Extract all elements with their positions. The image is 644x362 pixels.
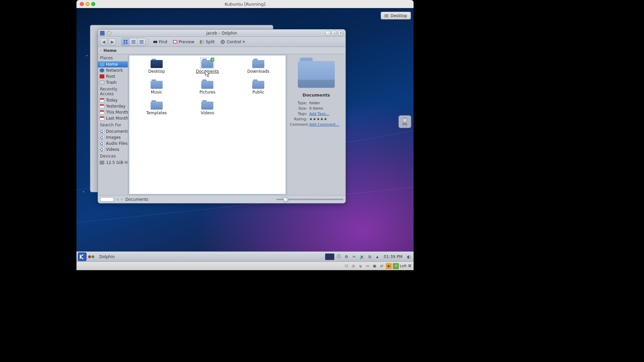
folder-icon-view[interactable]: Desktop+DocumentsDownloadsMusicPicturesP…: [129, 55, 286, 194]
folder-item-desktop[interactable]: Desktop: [131, 59, 182, 79]
compact-view-button[interactable]: [129, 38, 138, 46]
zoom-slider[interactable]: [276, 199, 343, 200]
show-desktop-button[interactable]: [325, 253, 334, 260]
icons-view-button[interactable]: [121, 38, 129, 46]
location-bar[interactable]: › Home: [98, 47, 345, 54]
sidebar-item-videos[interactable]: Videos: [98, 146, 128, 153]
folder-icon: [252, 59, 264, 68]
view-mode-group: [121, 38, 146, 46]
close-button[interactable]: ×: [338, 31, 343, 36]
devices-header: Devices: [98, 153, 128, 160]
panel-clock[interactable]: 01:39 PM: [382, 254, 405, 259]
split-button[interactable]: Split: [198, 39, 217, 45]
vm-window: Kubuntu [Running] Desktop 0% jacob – Dol…: [76, 0, 414, 270]
folder-label: Desktop: [148, 69, 165, 74]
kde-desktop[interactable]: Desktop 0% jacob – Dolphin – ▫ × ◀ ▶: [76, 8, 414, 270]
preview-button[interactable]: Preview: [171, 39, 197, 45]
home-icon: [100, 62, 104, 66]
preview-icon: [173, 40, 177, 44]
dolphin-titlebar[interactable]: jacob – Dolphin – ▫ ×: [98, 29, 345, 37]
add-tags-link[interactable]: Add Tags...: [309, 112, 329, 116]
recent-header: Recently Access: [98, 85, 128, 97]
info-preview-icon: [298, 58, 335, 88]
vb-shared-folder-icon[interactable]: ▭: [365, 263, 371, 269]
forward-button[interactable]: ▶: [109, 38, 116, 46]
svg-rect-3: [173, 41, 176, 43]
settings-tray-icon[interactable]: ⚙: [343, 253, 350, 260]
dolphin-title: jacob – Dolphin: [98, 31, 345, 36]
folder-item-videos[interactable]: Videos: [182, 100, 233, 121]
minimize-button[interactable]: –: [325, 31, 331, 36]
folder-label: Documents: [196, 69, 219, 74]
sidebar-item-images[interactable]: Images: [98, 134, 128, 140]
details-view-button[interactable]: [138, 38, 146, 46]
status-slot[interactable]: [100, 197, 114, 202]
vb-display-icon[interactable]: ▣: [372, 263, 378, 269]
vb-hdd-icon[interactable]: ⛁: [343, 263, 350, 269]
vb-mouse-integration-icon[interactable]: ↗: [393, 263, 399, 269]
cashew-icon[interactable]: ◐: [406, 253, 412, 260]
sidebar-item-yesterday[interactable]: Yesterday: [98, 103, 128, 109]
sidebar-item-today[interactable]: Today: [98, 97, 128, 103]
sidebar-item-disk[interactable]: 12.5 GiB Har: [98, 160, 128, 166]
sidebar-item-home[interactable]: Home: [98, 61, 128, 67]
trash-plasmoid[interactable]: 0%: [398, 115, 411, 128]
tray-expand-icon[interactable]: ▲: [374, 253, 381, 260]
vb-warning-icon[interactable]: ◆: [386, 263, 392, 269]
trash-percent: 0%: [402, 123, 407, 126]
folder-label: Music: [151, 90, 162, 95]
maximize-button[interactable]: ▫: [332, 31, 337, 36]
klipper-tray-icon[interactable]: ✂: [351, 253, 358, 260]
svg-rect-4: [200, 40, 202, 44]
search-icon: [100, 129, 104, 133]
control-button[interactable]: Control ▼: [218, 38, 247, 46]
split-icon: [200, 40, 204, 44]
vb-optical-icon[interactable]: ◎: [351, 263, 357, 269]
folder-item-music[interactable]: Music: [131, 79, 182, 100]
virtualbox-statusbar: ⛁ ◎ ψ ▭ ▣ ⇄ ◆ ↗ Left ⌘: [76, 261, 414, 270]
calendar-icon: [100, 110, 104, 114]
add-comment-link[interactable]: Add Comment...: [309, 122, 339, 127]
calendar-icon: [100, 116, 104, 120]
desktop-activity-button[interactable]: Desktop: [381, 12, 411, 19]
kickoff-menu-button[interactable]: [78, 252, 87, 261]
sidebar-item-documents[interactable]: Documents: [98, 128, 128, 134]
back-button[interactable]: ◀: [100, 38, 107, 46]
rating-stars[interactable]: ★★★★★: [309, 117, 327, 121]
sidebar-item-trash[interactable]: Trash: [98, 79, 128, 85]
sidebar-item-network[interactable]: Network: [98, 67, 128, 73]
folder-label: Videos: [201, 111, 214, 115]
information-panel: Documents Type:folder Size:0 items Tags:…: [287, 54, 345, 195]
activity-pager[interactable]: [88, 255, 94, 258]
host-key-indicator: Left ⌘: [400, 264, 412, 268]
sidebar-item-this-month[interactable]: This Month: [98, 109, 128, 115]
vb-usb-icon[interactable]: ψ: [358, 263, 364, 269]
svg-point-1: [155, 41, 157, 43]
taskbar-entry-dolphin[interactable]: Dolphin: [96, 253, 118, 260]
gear-icon: [220, 39, 225, 45]
dolphin-toolbar: ◀ ▶ Find Preview: [98, 37, 345, 47]
breadcrumb-home[interactable]: Home: [103, 48, 116, 53]
svg-point-7: [222, 41, 223, 43]
search-icon: [100, 147, 104, 152]
sidebar-item-audio[interactable]: Audio Files: [98, 140, 128, 146]
folder-item-downloads[interactable]: Downloads: [233, 59, 284, 79]
vb-network-icon[interactable]: ⇄: [379, 263, 385, 269]
folder-item-documents[interactable]: +Documents: [182, 59, 233, 79]
folder-item-pictures[interactable]: Pictures: [182, 79, 233, 100]
folder-label: Downloads: [247, 69, 269, 74]
root-icon: [100, 74, 104, 78]
disk-icon: [100, 161, 104, 165]
folder-label: Public: [252, 90, 264, 95]
info-tray-icon[interactable]: ⓘ: [335, 253, 342, 260]
folder-item-public[interactable]: Public: [233, 79, 284, 100]
sidebar-item-last-month[interactable]: Last Month: [98, 115, 128, 121]
device-notifier-icon[interactable]: ⧉: [366, 253, 373, 260]
folder-item-templates[interactable]: Templates: [131, 100, 182, 121]
info-name: Documents: [303, 93, 330, 98]
sidebar-item-root[interactable]: Root: [98, 73, 128, 79]
places-sidebar: Places Home Network Root Trash Recently …: [98, 54, 128, 195]
volume-tray-icon[interactable]: 🔊: [359, 253, 365, 260]
vm-titlebar[interactable]: Kubuntu [Running]: [76, 0, 414, 8]
find-button[interactable]: Find: [151, 39, 169, 45]
